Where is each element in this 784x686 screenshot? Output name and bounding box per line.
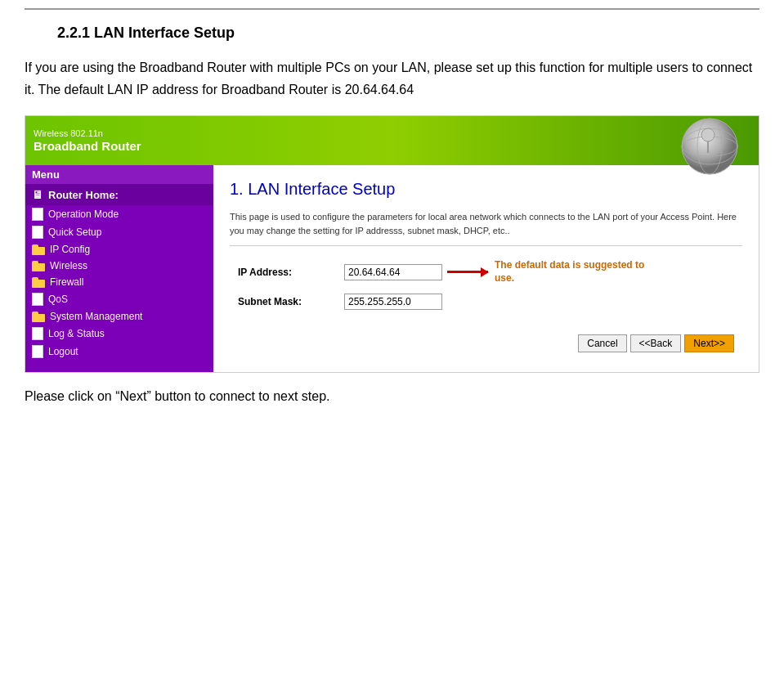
main-content: 1. LAN Interface Setup This page is used… [213, 165, 759, 371]
folder-icon-firewall [32, 277, 45, 288]
sidebar-router-home[interactable]: 🖥 Router Home: [25, 184, 213, 205]
page-icon-log-status [32, 327, 43, 340]
sidebar-item-firewall[interactable]: Firewall [25, 274, 213, 290]
back-button[interactable]: <<Back [630, 334, 682, 352]
sidebar-item-system-management[interactable]: System Management [25, 308, 213, 325]
folder-icon-system-management [32, 312, 45, 322]
sidebar-item-wireless[interactable]: Wireless [25, 258, 213, 274]
subnet-mask-row: Subnet Mask: [230, 294, 742, 310]
section-title: 2.2.1 LAN Interface Setup [57, 25, 759, 42]
svg-point-0 [682, 119, 737, 174]
router-home-label: Router Home: [48, 189, 119, 201]
sidebar-label-logout: Logout [48, 346, 78, 357]
sidebar-label-operation-mode: Operation Mode [48, 208, 119, 220]
description-text: This page is used to configure the param… [230, 210, 742, 246]
sidebar-label-qos: QoS [48, 294, 68, 305]
arrow-right-icon [447, 271, 488, 273]
sidebar-item-log-status[interactable]: Log & Status [25, 325, 213, 343]
cancel-button[interactable]: Cancel [578, 334, 626, 352]
router-screenshot: Wireless 802.11n Broadband Router Men [25, 115, 759, 372]
sidebar-label-firewall: Firewall [50, 276, 83, 288]
router-header-text: Wireless 802.11n Broadband Router [34, 128, 141, 154]
sidebar-menu-label: Menu [25, 165, 213, 184]
subnet-mask-label: Subnet Mask: [238, 296, 344, 307]
top-border [25, 8, 759, 10]
ip-annotation-container: The default data is suggested to use. [344, 259, 658, 285]
sidebar-label-log-status: Log & Status [48, 328, 105, 339]
page-icon-operation-mode [32, 208, 43, 221]
sidebar-item-qos[interactable]: QoS [25, 290, 213, 308]
router-body: Menu 🖥 Router Home: Operation Mode Quick… [25, 165, 759, 371]
globe-icon [677, 112, 742, 177]
intro-text: If you are using the Broadband Router wi… [25, 56, 759, 101]
subnet-mask-input[interactable] [344, 294, 442, 310]
footer-text: Please click on “Next” button to connect… [25, 389, 759, 404]
page-icon-quick-setup [32, 226, 43, 239]
sidebar-label-quick-setup: Quick Setup [48, 226, 101, 238]
home-icon: 🖥 [32, 188, 43, 201]
sidebar-label-ip-config: IP Config [50, 244, 90, 255]
page-icon-logout [32, 345, 43, 358]
sidebar: Menu 🖥 Router Home: Operation Mode Quick… [25, 165, 213, 371]
ip-address-input[interactable] [344, 264, 442, 280]
ip-address-row: IP Address: The default data is suggeste… [230, 259, 742, 285]
svg-point-4 [701, 128, 715, 141]
sidebar-item-quick-setup[interactable]: Quick Setup [25, 223, 213, 241]
button-row: Cancel <<Back Next>> [230, 326, 742, 357]
page-icon-qos [32, 293, 43, 306]
annotation-text: The default data is suggested to use. [495, 259, 658, 285]
sidebar-item-operation-mode[interactable]: Operation Mode [25, 205, 213, 223]
router-brand-line1: Wireless 802.11n [34, 128, 141, 139]
sidebar-label-system-management: System Management [50, 311, 142, 322]
folder-icon-ip-config [32, 244, 45, 255]
sidebar-item-logout[interactable]: Logout [25, 343, 213, 361]
ip-address-label: IP Address: [238, 267, 344, 278]
page-heading: 1. LAN Interface Setup [230, 180, 742, 199]
next-button[interactable]: Next>> [684, 334, 734, 352]
sidebar-item-ip-config[interactable]: IP Config [25, 241, 213, 258]
folder-icon-wireless [32, 261, 45, 271]
router-brand-line2: Broadband Router [34, 139, 141, 154]
router-header: Wireless 802.11n Broadband Router [25, 116, 759, 165]
sidebar-label-wireless: Wireless [50, 260, 87, 271]
